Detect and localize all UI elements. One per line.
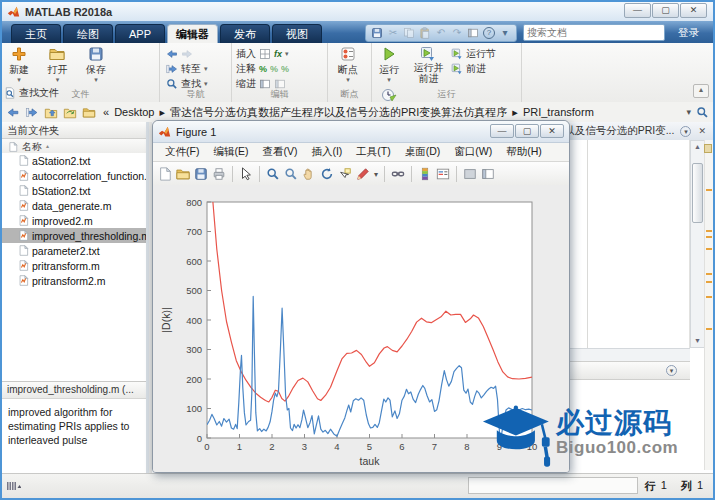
- hide-plot-tools-icon[interactable]: [463, 167, 477, 181]
- wrap-comment-icon[interactable]: %: [281, 64, 289, 74]
- run-button[interactable]: 运行▾: [372, 43, 406, 82]
- file-row[interactable]: pritransform2.m: [2, 273, 146, 288]
- editor-tab-label[interactable]: 以及信号分选的PRI变...: [564, 124, 674, 138]
- scroll-up-icon[interactable]: ▲: [691, 141, 704, 153]
- data-cursor-icon[interactable]: [338, 167, 352, 181]
- figure-menu-item[interactable]: 窗口(W): [448, 145, 498, 159]
- vscroll-thumb[interactable]: [692, 163, 703, 223]
- indicator-status-square[interactable]: [704, 144, 712, 153]
- goto-button[interactable]: 转至▾: [166, 62, 208, 75]
- qat-dropdown-icon[interactable]: ▾: [499, 27, 511, 39]
- undo-icon[interactable]: ↶: [435, 27, 447, 39]
- figure-menu-item[interactable]: 帮助(H): [500, 145, 548, 159]
- help-icon[interactable]: ?: [483, 27, 495, 39]
- breadcrumb-item[interactable]: ▸: [159, 106, 165, 119]
- insert-colorbar-icon[interactable]: [418, 167, 432, 181]
- uncomment-icon[interactable]: %: [270, 64, 278, 74]
- figure-menu-item[interactable]: 桌面(D): [399, 145, 447, 159]
- file-row[interactable]: data_generate.m: [2, 198, 146, 213]
- figure-maximize-button[interactable]: ▢: [515, 124, 539, 138]
- zoom-out-icon[interactable]: [284, 167, 298, 181]
- file-row[interactable]: autocorrelation_function.m: [2, 168, 146, 183]
- ribbon-tab[interactable]: APP: [115, 24, 165, 43]
- file-row[interactable]: aStation2.txt: [2, 153, 146, 168]
- redo-icon[interactable]: ↷: [451, 27, 463, 39]
- login-button[interactable]: 登录: [670, 24, 707, 40]
- close-button[interactable]: ✕: [680, 3, 707, 18]
- figure-titlebar[interactable]: Figure 1 — ▢ ✕: [153, 121, 569, 143]
- status-toggle-icon[interactable]: [7, 480, 21, 492]
- brush-icon[interactable]: [356, 167, 370, 181]
- scroll-down-icon[interactable]: ▼: [691, 335, 704, 347]
- save-button[interactable]: 保存▾: [79, 43, 113, 82]
- figure-menu-item[interactable]: 文件(F): [159, 145, 205, 159]
- browse-folder-icon[interactable]: [63, 106, 78, 119]
- figure-close-button[interactable]: ✕: [540, 124, 564, 138]
- insert-legend-icon[interactable]: [436, 167, 450, 181]
- rotate-3d-icon[interactable]: [320, 167, 334, 181]
- advance-button[interactable]: 前进: [451, 62, 496, 75]
- show-plot-tools-icon[interactable]: [481, 167, 495, 181]
- ribbon-tab[interactable]: 主页: [11, 24, 61, 43]
- file-row[interactable]: bStation2.txt: [2, 183, 146, 198]
- back-icon[interactable]: [166, 48, 178, 60]
- minimize-button[interactable]: —: [624, 3, 651, 18]
- up-folder-icon[interactable]: [44, 106, 59, 119]
- paste-icon[interactable]: [419, 27, 431, 39]
- fx-icon[interactable]: fx: [274, 49, 282, 59]
- run-advance-button[interactable]: 运行并 前进: [410, 43, 446, 84]
- file-row[interactable]: parameter2.txt: [2, 243, 146, 258]
- ribbon-tab[interactable]: 发布: [220, 24, 270, 43]
- zoom-in-icon[interactable]: [266, 167, 280, 181]
- editor-tab-menu-icon[interactable]: ▾: [680, 126, 691, 137]
- file-row[interactable]: improved2.m: [2, 213, 146, 228]
- breadcrumb-item[interactable]: «: [103, 106, 109, 118]
- save-figure-icon[interactable]: [194, 167, 208, 181]
- collapse-ribbon-icon[interactable]: ▴: [693, 84, 709, 98]
- comment-button[interactable]: 注释 % % %: [236, 62, 289, 75]
- forward-arrow-icon[interactable]: [25, 106, 40, 119]
- panel-menu-icon[interactable]: ▾: [666, 365, 677, 376]
- path-search-icon[interactable]: [696, 106, 709, 119]
- copy-icon[interactable]: [403, 27, 415, 39]
- brush-dropdown-icon[interactable]: ▾: [374, 170, 378, 179]
- save-icon[interactable]: [371, 27, 383, 39]
- breadcrumb-item[interactable]: PRI_transform: [523, 106, 594, 118]
- breadcrumb-item[interactable]: Desktop: [114, 106, 154, 118]
- pan-icon[interactable]: [302, 167, 316, 181]
- link-plot-icon[interactable]: [391, 167, 405, 181]
- preview-header[interactable]: improved_thresholding.m (...: [2, 382, 146, 399]
- figure-minimize-button[interactable]: —: [490, 124, 514, 138]
- file-row[interactable]: improved_thresholding.m: [2, 228, 146, 243]
- path-dropdown-icon[interactable]: ▾: [686, 107, 691, 117]
- open-button[interactable]: 打开▾: [40, 43, 74, 82]
- figure-menu-item[interactable]: 查看(V): [256, 145, 303, 159]
- file-row[interactable]: pritransform.m: [2, 258, 146, 273]
- back-arrow-icon[interactable]: [6, 106, 21, 119]
- breadcrumb-item[interactable]: ▸: [512, 106, 518, 119]
- editor-vscrollbar[interactable]: ▲ ▼: [690, 140, 705, 348]
- code-indicator-column[interactable]: [704, 140, 713, 470]
- new-button[interactable]: 新建▾: [2, 43, 36, 82]
- open-file-icon[interactable]: [176, 167, 190, 181]
- ribbon-tab[interactable]: 视图: [272, 24, 322, 43]
- maximize-button[interactable]: ▢: [652, 3, 679, 18]
- search-input[interactable]: [524, 27, 662, 38]
- ribbon-tab[interactable]: 绘图: [63, 24, 113, 43]
- edit-plot-cursor-icon[interactable]: [239, 167, 253, 181]
- run-section-button[interactable]: 运行节: [451, 47, 496, 60]
- insert-button[interactable]: 插入 fx ▾: [236, 47, 289, 60]
- figure-menu-item[interactable]: 插入(I): [305, 145, 348, 159]
- ribbon-tab[interactable]: 编辑器: [167, 24, 218, 43]
- editor-tab-close-icon[interactable]: ✕: [698, 126, 706, 136]
- breakpoints-button[interactable]: 断点▾: [328, 43, 368, 82]
- figure-menu-item[interactable]: 工具(T): [350, 145, 396, 159]
- new-figure-icon[interactable]: [158, 167, 172, 181]
- comment-icon[interactable]: %: [259, 64, 267, 74]
- print-figure-icon[interactable]: [212, 167, 226, 181]
- forward-icon[interactable]: [181, 48, 193, 60]
- switch-window-icon[interactable]: [467, 27, 479, 39]
- cut-icon[interactable]: ✂: [387, 27, 399, 39]
- figure-menu-item[interactable]: 编辑(E): [207, 145, 254, 159]
- doc-search[interactable]: [523, 24, 665, 41]
